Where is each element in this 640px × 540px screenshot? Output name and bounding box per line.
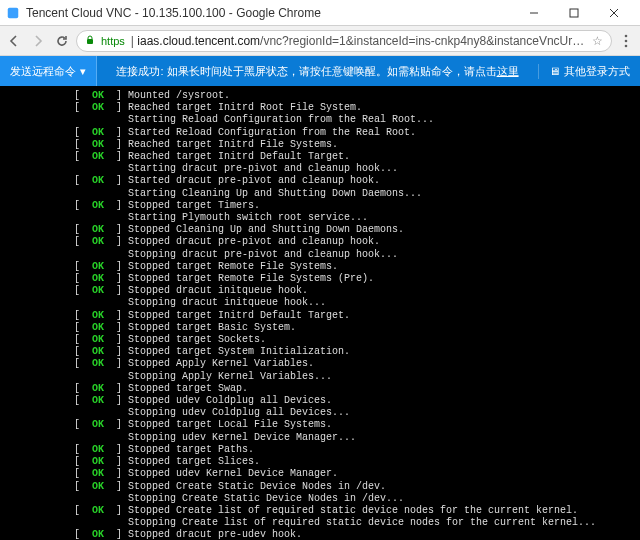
window-minimize-button[interactable]	[514, 0, 554, 26]
vnc-toolbar: 发送远程命令 ▾ 连接成功: 如果长时间处于黑屏状态，请按任意键唤醒。如需粘贴命…	[0, 56, 640, 86]
vnc-console[interactable]: [ OK ] Mounted /sysroot. [ OK ] Reached …	[0, 86, 640, 540]
svg-point-8	[625, 44, 628, 47]
monitor-icon: 🖥	[549, 65, 560, 77]
connection-status-message: 连接成功: 如果长时间处于黑屏状态，请按任意键唤醒。如需粘贴命令，请点击这里	[97, 64, 538, 79]
chevron-down-icon: ▾	[80, 65, 86, 78]
bookmark-star-icon[interactable]: ☆	[592, 34, 603, 48]
browser-toolbar: https | iaas.cloud.tencent.com/vnc?regio…	[0, 26, 640, 56]
svg-point-6	[625, 34, 628, 37]
other-login-button[interactable]: 🖥 其他登录方式	[538, 64, 640, 79]
send-remote-command-button[interactable]: 发送远程命令 ▾	[0, 56, 97, 86]
app-favicon-icon	[6, 6, 20, 20]
window-titlebar: Tencent Cloud VNC - 10.135.100.100 - Goo…	[0, 0, 640, 26]
window-maximize-button[interactable]	[554, 0, 594, 26]
address-bar[interactable]: https | iaas.cloud.tencent.com/vnc?regio…	[76, 30, 612, 52]
window-controls	[514, 0, 634, 26]
window-close-button[interactable]	[594, 0, 634, 26]
nav-back-icon[interactable]	[6, 33, 22, 49]
nav-reload-icon[interactable]	[54, 33, 70, 49]
browser-menu-icon[interactable]	[618, 33, 634, 49]
other-login-label: 其他登录方式	[564, 64, 630, 79]
nav-forward-icon[interactable]	[30, 33, 46, 49]
lock-icon	[85, 34, 95, 48]
console-output: [ OK ] Mounted /sysroot. [ OK ] Reached …	[0, 90, 640, 540]
svg-rect-0	[8, 7, 19, 18]
paste-here-link[interactable]: 这里	[497, 65, 519, 77]
svg-rect-5	[87, 39, 93, 44]
svg-point-7	[625, 39, 628, 42]
window-title: Tencent Cloud VNC - 10.135.100.100 - Goo…	[26, 6, 514, 20]
scheme-label: https	[101, 35, 125, 47]
svg-rect-2	[570, 9, 578, 17]
url-text: | iaas.cloud.tencent.com/vnc?regionId=1&…	[131, 34, 586, 48]
send-remote-command-label: 发送远程命令	[10, 64, 76, 79]
